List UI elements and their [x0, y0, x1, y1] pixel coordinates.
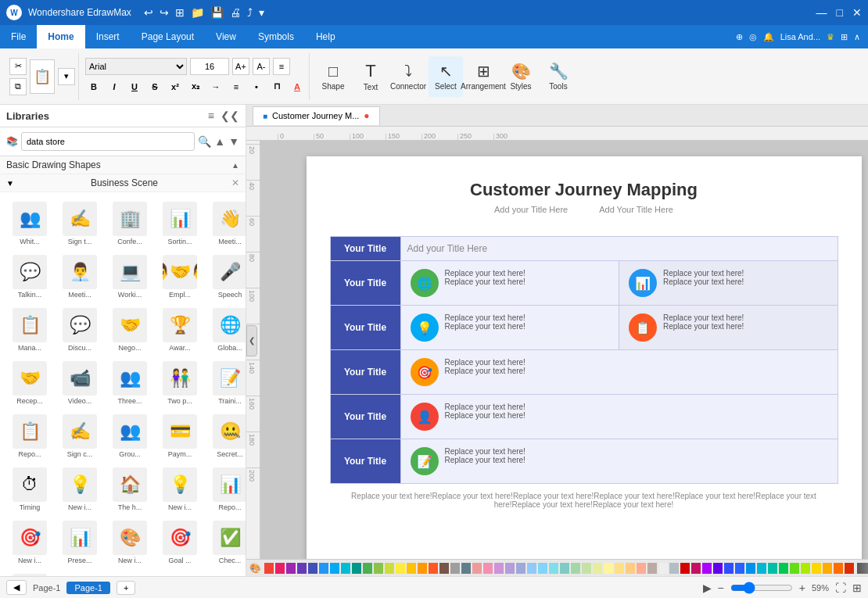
color-swatch[interactable] [801, 563, 810, 574]
shape-item[interactable]: 🏠 The h... [106, 464, 153, 514]
color-swatch[interactable] [330, 563, 339, 574]
color-swatch[interactable] [582, 563, 591, 574]
section-close-btn[interactable]: ✕ [231, 177, 239, 188]
color-swatch[interactable] [647, 563, 657, 574]
color-swatch[interactable] [790, 563, 799, 574]
color-swatch[interactable] [505, 563, 515, 574]
font-name-select[interactable]: Arial [85, 58, 187, 75]
sidebar-collapse-btn[interactable]: ❮❮ [221, 109, 239, 122]
paste-btn[interactable]: 📋 [30, 59, 55, 94]
color-swatch[interactable] [494, 563, 504, 574]
shape-item[interactable]: 📊 Repo... [206, 464, 246, 514]
font-increase-btn[interactable]: A+ [232, 58, 249, 75]
shape-item[interactable]: 👨‍💼 Meeti... [56, 252, 103, 302]
underline-btn[interactable]: U [126, 78, 143, 95]
arrangement-tool-btn[interactable]: ⊞ Arrangement [466, 56, 500, 97]
shape-item[interactable]: 🤐 Secret... [206, 411, 246, 461]
shape-item[interactable]: 📋 Repo... [6, 411, 53, 461]
menu-pagelayout[interactable]: Page Layout [131, 25, 205, 48]
shape-item[interactable]: ⏱ Timing [6, 464, 53, 514]
color-swatch[interactable] [516, 563, 525, 574]
share-btn[interactable]: ⤴ [247, 6, 253, 19]
tab-customer-journey[interactable]: ■ Customer Journey M... ● [253, 106, 380, 125]
shape-item[interactable]: 💬 Discu... [56, 305, 103, 355]
tab-close-btn[interactable]: ● [364, 110, 369, 121]
color-swatch[interactable] [418, 563, 427, 574]
bold-btn[interactable]: B [85, 78, 102, 95]
shape-item[interactable]: 💻 Worki... [106, 252, 153, 302]
shape-item[interactable]: 👋 Meeti... [206, 199, 246, 249]
shape-item[interactable]: 📝 Traini... [206, 358, 246, 408]
color-swatch[interactable] [757, 563, 766, 574]
color-swatch[interactable] [319, 563, 328, 574]
italic-btn[interactable]: I [106, 78, 123, 95]
sidebar-collapse-handle[interactable]: ❮ [246, 325, 257, 356]
color-swatch[interactable] [746, 563, 755, 574]
color-swatch[interactable] [374, 563, 383, 574]
collab-icon[interactable]: ◎ [749, 32, 757, 42]
collapse-menu-btn[interactable]: ∧ [854, 32, 860, 42]
color-swatch[interactable] [637, 563, 646, 574]
color-swatch[interactable] [823, 563, 832, 574]
color-swatch[interactable] [439, 563, 449, 574]
indent-btn[interactable]: → [207, 78, 224, 95]
shape-item[interactable]: 🏆 Awar... [156, 305, 203, 355]
color-swatch[interactable] [658, 563, 668, 574]
strikethrough-btn[interactable]: S [146, 78, 163, 95]
shape-item[interactable]: 👥 Three... [106, 358, 153, 408]
color-swatch[interactable] [768, 563, 777, 574]
color-swatch[interactable] [461, 563, 471, 574]
maximize-btn[interactable]: □ [837, 6, 843, 19]
shape-item[interactable]: 👨‍🤝‍👨 Empl... [156, 252, 203, 302]
color-swatch[interactable] [779, 563, 788, 574]
open-btn[interactable]: 📁 [191, 6, 204, 19]
font-color-btn[interactable]: A [289, 78, 306, 95]
color-swatch[interactable] [702, 563, 712, 574]
shape-item[interactable]: 🎯 Goal ... [156, 517, 203, 568]
color-swatch[interactable] [669, 563, 679, 574]
color-swatch[interactable] [680, 563, 690, 574]
color-swatch[interactable] [275, 563, 285, 574]
shape-item[interactable]: 🎯 New i... [6, 517, 53, 568]
shape-item[interactable]: 📋 Mana... [6, 305, 53, 355]
redo-btn[interactable]: ↪ [160, 6, 169, 19]
minimize-btn[interactable]: — [816, 6, 827, 19]
color-swatch[interactable] [691, 563, 701, 574]
nav-down-btn[interactable]: ▼ [228, 135, 239, 148]
color-swatch[interactable] [297, 563, 307, 574]
shape-item[interactable]: 🏢 Confe... [106, 199, 153, 249]
color-swatch[interactable] [812, 563, 821, 574]
color-swatch[interactable] [713, 563, 723, 574]
section-business-scene[interactable]: ▼ Business Scene ✕ [0, 174, 246, 192]
nav-up-btn[interactable]: ▲ [214, 135, 225, 148]
fit-btn[interactable]: ⊞ [852, 582, 862, 594]
color-swatch[interactable] [483, 563, 493, 574]
menu-insert[interactable]: Insert [85, 25, 131, 48]
shape-item[interactable]: 🛒 Shop... [6, 571, 53, 576]
list-btn[interactable]: ≡ [228, 78, 245, 95]
shape-item[interactable]: ✍ Sign c... [56, 411, 103, 461]
select-tool-btn[interactable]: ↖ Select [429, 56, 463, 97]
color-swatch[interactable] [286, 563, 296, 574]
copy-btn[interactable]: ⧉ [9, 78, 27, 95]
shape-item[interactable]: 👥 Whit... [6, 199, 53, 249]
shape-item[interactable]: ✅ Chec... [206, 517, 246, 568]
shape-item[interactable]: 🎤 Speech [206, 252, 246, 302]
align-btn[interactable]: ≡ [273, 58, 290, 75]
menu-help[interactable]: Help [305, 25, 346, 48]
color-swatch[interactable] [308, 563, 317, 574]
tools-tool-btn[interactable]: 🔧 Tools [541, 56, 576, 97]
color-swatch[interactable] [615, 563, 624, 574]
menu-symbols[interactable]: Symbols [247, 25, 305, 48]
color-swatch[interactable] [549, 563, 558, 574]
shape-item[interactable]: 🎨 New i... [106, 517, 153, 568]
zoom-slider[interactable] [730, 582, 793, 594]
color-swatch[interactable] [352, 563, 361, 574]
color-swatch[interactable] [735, 563, 744, 574]
menu-file[interactable]: File [0, 25, 37, 48]
page-current-tab[interactable]: Page-1 [66, 582, 109, 594]
shape-item[interactable]: 🤝 Nego... [106, 305, 153, 355]
close-btn[interactable]: ✕ [852, 6, 862, 19]
fullscreen-btn[interactable]: ⛶ [835, 582, 846, 594]
color-swatch[interactable] [527, 563, 536, 574]
